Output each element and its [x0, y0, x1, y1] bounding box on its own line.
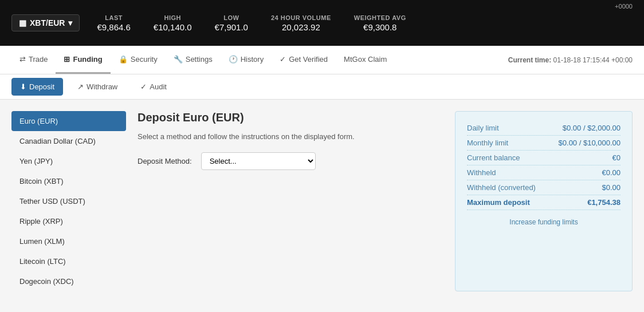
current-time: Current time: 01-18-18 17:15:44 +00:00 [508, 56, 633, 64]
stat-last: LAST €9,864.6 [97, 14, 130, 32]
main-content: Euro (EUR) Canadian Dollar (CAD) Yen (JP… [0, 100, 644, 303]
ticker-stats: LAST €9,864.6 HIGH €10,140.0 LOW €7,901.… [97, 14, 633, 32]
verified-icon: ✓ [280, 55, 286, 64]
sub-nav: ⬇ Deposit ↗ Withdraw ✓ Audit [0, 74, 644, 100]
tab-trade[interactable]: ⇄ Trade [11, 46, 56, 74]
trade-icon: ⇄ [19, 55, 26, 64]
info-row-max-deposit: Maximum deposit €1,754.38 [467, 195, 621, 210]
stat-volume-value: 20,023.92 [271, 22, 331, 32]
withdraw-button-label: Withdraw [87, 82, 117, 91]
withheld-value: €0.00 [602, 168, 621, 177]
withdraw-icon: ↗ [77, 82, 84, 91]
funding-icon: ⊞ [64, 55, 70, 64]
monthly-limit-label: Monthly limit [467, 139, 508, 147]
stat-volume-label: 24 HOUR VOLUME [271, 14, 331, 21]
deposit-method-select[interactable]: Select... Bank Transfer Credit Card SEPA [201, 152, 316, 170]
sidebar-item-ltc[interactable]: Litecoin (LTC) [11, 251, 126, 271]
tab-mtgox[interactable]: MtGox Claim [336, 46, 395, 74]
stat-high-value: €10,140.0 [154, 22, 192, 32]
stat-volume: 24 HOUR VOLUME 20,023.92 [271, 14, 331, 32]
sidebar-item-xlm-label: Lumen (XLM) [19, 237, 65, 246]
ticker-symbol[interactable]: ▦ XBT/EUR ▾ [11, 14, 80, 31]
audit-button[interactable]: ✓ Audit [132, 78, 175, 96]
stat-last-value: €9,864.6 [97, 22, 130, 32]
withheld-converted-label: Withheld (converted) [467, 183, 536, 192]
tab-funding-label: Funding [73, 55, 102, 64]
tab-get-verified-label: Get Verified [289, 55, 328, 64]
stat-last-label: LAST [97, 14, 130, 21]
sidebar-item-jpy-label: Yen (JPY) [19, 157, 53, 165]
sidebar-item-eur[interactable]: Euro (EUR) [11, 111, 126, 131]
sidebar-item-xdc-label: Dogecoin (XDC) [19, 277, 74, 286]
tab-security-label: Security [131, 55, 158, 64]
sidebar-item-xlm[interactable]: Lumen (XLM) [11, 231, 126, 251]
increase-funding-link[interactable]: Increase funding limits [467, 218, 621, 226]
monthly-limit-value: $0.00 / $10,000.00 [559, 139, 621, 147]
sidebar-item-ltc-label: Litecoin (LTC) [19, 257, 66, 266]
sidebar-item-xdc[interactable]: Dogecoin (XDC) [11, 271, 126, 291]
security-icon: 🔒 [119, 55, 128, 64]
stat-weighted-value: €9,300.8 [354, 22, 406, 32]
tab-funding[interactable]: ⊞ Funding [56, 46, 110, 74]
sidebar-item-xbt-label: Bitcoin (XBT) [19, 177, 64, 185]
nav-tabs-bar: ⇄ Trade ⊞ Funding 🔒 Security 🔧 Settings … [0, 46, 644, 74]
sidebar-item-usdt[interactable]: Tether USD (USDT) [11, 191, 126, 211]
page-title: Deposit Euro (EUR) [138, 111, 443, 124]
stat-weighted-label: WEIGHTED AVG [354, 14, 406, 21]
current-balance-value: €0 [612, 153, 621, 162]
tab-mtgox-label: MtGox Claim [344, 55, 387, 64]
stat-low: LOW €7,901.0 [215, 14, 248, 32]
daily-limit-value: $0.00 / $2,000.00 [563, 124, 621, 132]
header-bar: ▦ XBT/EUR ▾ LAST €9,864.6 HIGH €10,140.0… [0, 0, 644, 46]
tab-settings-label: Settings [186, 55, 213, 64]
stat-high-label: HIGH [154, 14, 192, 21]
sidebar-item-cad-label: Canadian Dollar (CAD) [19, 137, 96, 145]
info-row-monthly-limit: Monthly limit $0.00 / $10,000.00 [467, 136, 621, 151]
stat-high: HIGH €10,140.0 [154, 14, 192, 32]
sidebar-item-jpy[interactable]: Yen (JPY) [11, 151, 126, 171]
current-time-label: Current time: [508, 56, 551, 64]
current-time-value: 01-18-18 17:15:44 +00:00 [553, 56, 633, 64]
info-row-daily-limit: Daily limit $0.00 / $2,000.00 [467, 121, 621, 136]
deposit-button[interactable]: ⬇ Deposit [11, 78, 63, 96]
sidebar-item-cad[interactable]: Canadian Dollar (CAD) [11, 131, 126, 151]
settings-icon: 🔧 [174, 55, 183, 64]
info-row-withheld: Withheld €0.00 [467, 165, 621, 180]
info-row-withheld-converted: Withheld (converted) $0.00 [467, 180, 621, 195]
tab-settings[interactable]: 🔧 Settings [166, 46, 221, 74]
tab-security[interactable]: 🔒 Security [111, 46, 166, 74]
sidebar: Euro (EUR) Canadian Dollar (CAD) Yen (JP… [11, 111, 126, 291]
tab-trade-label: Trade [29, 55, 48, 64]
stat-low-value: €7,901.0 [215, 22, 248, 32]
deposit-button-label: Deposit [29, 82, 54, 91]
withdraw-button[interactable]: ↗ Withdraw [69, 78, 126, 96]
deposit-description: Select a method and follow the instructi… [138, 132, 443, 141]
ticker-symbol-text: XBT/EUR [30, 18, 65, 27]
deposit-method-label: Deposit Method: [138, 157, 192, 165]
max-deposit-label: Maximum deposit [467, 198, 530, 207]
sidebar-item-xrp[interactable]: Ripple (XRP) [11, 211, 126, 231]
max-deposit-value: €1,754.38 [587, 198, 621, 207]
audit-button-label: Audit [150, 82, 167, 91]
info-row-current-balance: Current balance €0 [467, 151, 621, 165]
history-icon: 🕐 [229, 55, 238, 64]
audit-icon: ✓ [140, 82, 147, 91]
withheld-converted-value: $0.00 [602, 183, 621, 192]
top-right-note: +0000 [615, 3, 633, 10]
dropdown-arrow-icon: ▾ [68, 18, 72, 27]
deposit-icon: ⬇ [20, 82, 26, 91]
info-panel: Daily limit $0.00 / $2,000.00 Monthly li… [455, 111, 633, 291]
withheld-label: Withheld [467, 168, 496, 177]
stat-low-label: LOW [215, 14, 248, 21]
stat-weighted-avg: WEIGHTED AVG €9,300.8 [354, 14, 406, 32]
tab-get-verified[interactable]: ✓ Get Verified [272, 46, 336, 74]
daily-limit-label: Daily limit [467, 124, 499, 132]
sidebar-item-xrp-label: Ripple (XRP) [19, 217, 63, 226]
sidebar-item-usdt-label: Tether USD (USDT) [19, 197, 85, 206]
current-balance-label: Current balance [467, 153, 520, 162]
deposit-content: Deposit Euro (EUR) Select a method and f… [138, 111, 443, 291]
sidebar-item-eur-label: Euro (EUR) [19, 117, 58, 125]
tab-history[interactable]: 🕐 History [221, 46, 272, 74]
tab-history-label: History [241, 55, 264, 64]
sidebar-item-xbt[interactable]: Bitcoin (XBT) [11, 171, 126, 191]
